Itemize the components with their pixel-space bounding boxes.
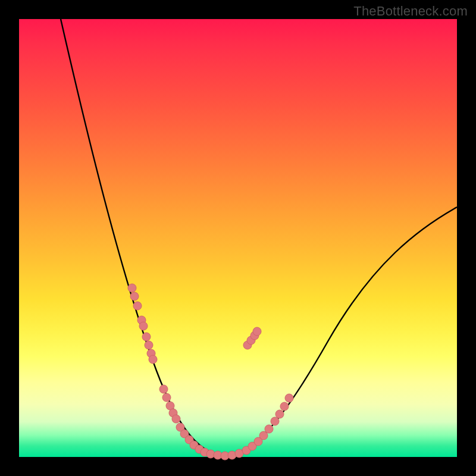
svg-point-4 <box>139 322 148 330</box>
plot-area <box>19 19 457 457</box>
svg-point-31 <box>275 410 284 418</box>
svg-point-1 <box>130 292 139 300</box>
svg-point-8 <box>149 355 157 364</box>
watermark-text: TheBottleneck.com <box>353 4 468 19</box>
svg-point-6 <box>145 341 153 349</box>
svg-point-2 <box>133 302 142 310</box>
svg-point-33 <box>285 394 293 402</box>
svg-point-32 <box>280 402 289 411</box>
svg-point-10 <box>162 393 171 402</box>
svg-point-30 <box>271 417 279 425</box>
curve-layer <box>19 19 457 457</box>
marker-group <box>128 284 293 460</box>
svg-point-37 <box>253 327 261 336</box>
svg-point-13 <box>172 415 180 423</box>
svg-point-29 <box>265 425 273 433</box>
svg-point-5 <box>142 333 151 341</box>
v-curve-path <box>61 19 457 455</box>
svg-point-9 <box>159 385 168 393</box>
chart-frame: TheBottleneck.com <box>0 0 476 476</box>
svg-point-0 <box>128 284 136 292</box>
